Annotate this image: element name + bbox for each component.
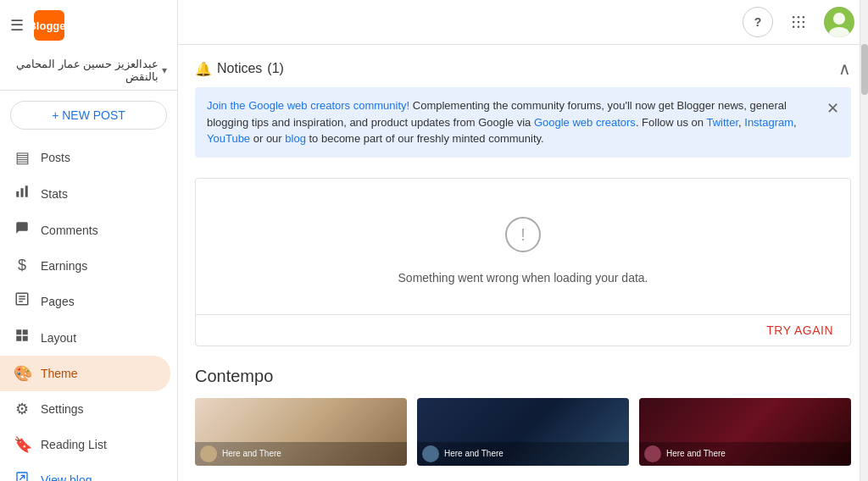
try-again-button[interactable]: TRY AGAIN <box>766 323 833 337</box>
blogger-logo: Blogger <box>34 10 64 41</box>
theme-label-1: Here and There <box>222 449 281 458</box>
sidebar-item-label: Settings <box>41 402 84 416</box>
twitter-link[interactable]: Twitter <box>706 116 738 129</box>
view-blog-icon <box>14 471 31 481</box>
sidebar-item-label: Layout <box>41 331 76 345</box>
scrollbar-track[interactable] <box>860 0 868 481</box>
join-community-link[interactable]: Join the Google web creators community! <box>207 99 409 112</box>
sidebar-item-view-blog[interactable]: View blog <box>0 462 170 481</box>
theme-thumbnail-2[interactable]: Here and There <box>417 398 629 466</box>
contempo-title: Contempo <box>195 367 851 386</box>
sidebar-item-label: Pages <box>41 295 75 308</box>
svg-point-17 <box>798 21 800 24</box>
sidebar-item-layout[interactable]: Layout <box>0 319 170 356</box>
sidebar-item-comments[interactable]: Comments <box>0 212 170 248</box>
blog-selector-text: عبدالعزيز حسين عمار المحامي بالنقض <box>10 58 159 83</box>
sidebar-item-posts[interactable]: ▤ Posts <box>0 140 170 175</box>
notice-middle: . Follow us on <box>636 116 707 129</box>
notices-label: Notices <box>217 61 262 76</box>
sidebar-item-earnings[interactable]: $ Earnings <box>0 248 170 283</box>
earnings-icon: $ <box>14 257 31 274</box>
svg-rect-2 <box>25 185 28 197</box>
svg-point-20 <box>798 26 800 29</box>
bell-icon: 🔔 <box>195 61 212 77</box>
sidebar-item-pages[interactable]: Pages <box>0 283 170 319</box>
svg-line-12 <box>19 475 24 479</box>
error-footer: TRY AGAIN <box>196 314 850 346</box>
svg-rect-11 <box>17 473 27 481</box>
sidebar-item-label: Comments <box>41 224 98 237</box>
theme-thumbnail-3[interactable]: Here and There <box>639 398 851 466</box>
theme-thumbnail-1[interactable]: Here and There <box>195 398 407 466</box>
blog-selector[interactable]: ▾ عبدالعزيز حسين عمار المحامي بالنقض <box>0 51 177 91</box>
sidebar-item-label: Earnings <box>41 259 87 273</box>
svg-rect-10 <box>23 336 28 341</box>
svg-point-19 <box>793 26 795 29</box>
sidebar-item-label: Stats <box>41 187 68 201</box>
content-area[interactable]: 🔔 Notices (1) ∧ Join the Google web crea… <box>178 45 868 481</box>
collapse-notices-button[interactable]: ∧ <box>838 58 851 79</box>
svg-point-15 <box>803 16 805 19</box>
svg-text:!: ! <box>520 225 526 244</box>
svg-point-23 <box>833 13 845 25</box>
svg-rect-8 <box>23 329 28 334</box>
theme-overlay-2: Here and There <box>417 442 629 466</box>
svg-point-21 <box>803 26 805 29</box>
comments-icon <box>14 220 31 240</box>
new-post-button[interactable]: + NEW POST <box>10 101 167 130</box>
svg-rect-9 <box>16 336 21 341</box>
help-button[interactable]: ? <box>743 7 773 37</box>
theme-label-2: Here and There <box>444 449 504 458</box>
google-web-creators-link[interactable]: Google web creators <box>534 116 636 129</box>
instagram-link[interactable]: Instagram <box>744 116 793 129</box>
apps-grid-button[interactable] <box>783 7 814 37</box>
main-area: ? 🔔 Notices (1) <box>178 0 868 481</box>
hamburger-icon[interactable]: ☰ <box>7 13 27 38</box>
posts-icon: ▤ <box>14 148 31 167</box>
theme-icon: 🎨 <box>14 364 31 383</box>
stats-icon <box>14 184 31 203</box>
sidebar-item-settings[interactable]: ⚙ Settings <box>0 391 170 427</box>
svg-rect-0 <box>16 191 19 197</box>
error-card: ! Something went wrong when loading your… <box>195 178 851 346</box>
theme-avatar-1 <box>200 445 217 462</box>
svg-point-13 <box>793 16 795 19</box>
notices-header: 🔔 Notices (1) ∧ <box>195 58 851 79</box>
sidebar-item-reading-list[interactable]: 🔖 Reading List <box>0 427 170 462</box>
sidebar-item-label: View blog <box>41 473 92 482</box>
sidebar-item-stats[interactable]: Stats <box>0 175 170 212</box>
theme-label-3: Here and There <box>666 449 726 458</box>
pages-icon <box>14 291 31 311</box>
sidebar-item-theme[interactable]: 🎨 Theme <box>0 356 170 391</box>
svg-point-14 <box>798 16 800 19</box>
top-bar: ? <box>178 0 868 45</box>
user-avatar[interactable] <box>824 7 854 37</box>
svg-rect-1 <box>21 188 24 197</box>
scrollbar-thumb[interactable] <box>861 44 868 95</box>
theme-avatar-2 <box>422 445 439 462</box>
notice-banner: Join the Google web creators community! … <box>195 87 851 158</box>
layout-icon <box>14 328 31 347</box>
theme-thumbnails: Here and There Here and There Here and T… <box>195 398 851 466</box>
theme-avatar-3 <box>644 445 661 462</box>
notices-count: (1) <box>267 61 284 76</box>
contempo-section: Contempo Here and There Here and There <box>178 360 868 479</box>
reading-list-icon: 🔖 <box>14 435 31 454</box>
notices-title: 🔔 Notices (1) <box>195 61 284 77</box>
svg-point-18 <box>803 21 805 24</box>
theme-overlay-1: Here and There <box>195 442 407 466</box>
settings-icon: ⚙ <box>14 400 31 418</box>
sidebar-header: ☰ Blogger <box>0 0 177 51</box>
blog-link[interactable]: blog <box>285 132 306 145</box>
sidebar: ☰ Blogger ▾ عبدالعزيز حسين عمار المحامي … <box>0 0 178 481</box>
notice-close-button[interactable]: ✕ <box>826 97 839 120</box>
theme-overlay-3: Here and There <box>639 442 851 466</box>
youtube-link[interactable]: YouTube <box>207 132 250 145</box>
dropdown-arrow-icon: ▾ <box>162 64 167 76</box>
svg-rect-7 <box>16 329 21 334</box>
error-icon: ! <box>504 216 542 261</box>
notice-text: Join the Google web creators community! … <box>207 97 816 147</box>
sidebar-item-label: Posts <box>41 151 70 164</box>
sidebar-item-label: Reading List <box>41 438 107 451</box>
sidebar-item-label: Theme <box>41 367 78 380</box>
